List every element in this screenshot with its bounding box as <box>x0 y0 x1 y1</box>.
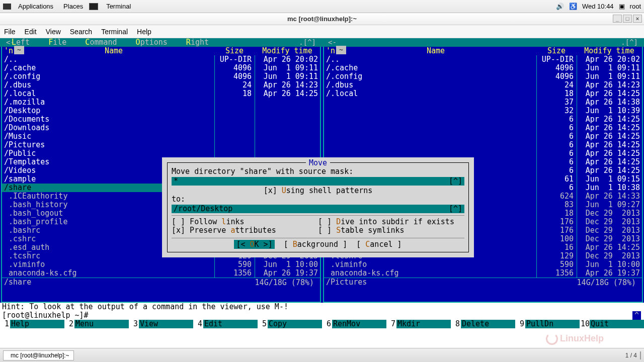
terminal-menubar: File Edit View Search Terminal Help <box>0 25 644 38</box>
clock[interactable]: Wed 10:44 <box>582 3 614 10</box>
mc-app: LLefteft File Command Options Right <- ~… <box>0 38 644 328</box>
panel-caret-right[interactable]: .[^] <box>621 38 638 47</box>
gnome-foot-icon <box>3 4 11 10</box>
menu-terminal[interactable]: Terminal <box>101 28 128 36</box>
file-row[interactable]: anaconda-ks.cfg1356Apr 26 19:37 <box>2 269 320 278</box>
menu-view[interactable]: View <box>46 28 61 36</box>
file-row[interactable]: 32Jun 1 10:39 <box>324 107 642 115</box>
panel-nav-right[interactable]: <- <box>328 38 337 47</box>
menu-edit[interactable]: Edit <box>25 28 37 36</box>
menu-places[interactable]: Places <box>59 2 87 11</box>
file-row[interactable]: /.dbus24Apr 26 14:23 <box>2 81 320 89</box>
user-name[interactable]: root <box>630 3 641 10</box>
panel-header: 'nName Size Modify time <box>2 47 320 55</box>
source-mask-input[interactable]: *[^] <box>172 177 464 186</box>
file-row[interactable]: anaconda-ks.cfg1356Apr 26 19:37 <box>324 269 642 278</box>
fkey-delete[interactable]: 8Delete <box>451 320 515 328</box>
fkey-pulldn[interactable]: 9PullDn <box>515 320 580 328</box>
file-row[interactable]: /.mozilla <box>2 98 320 107</box>
right-status: /Pictures 14G/18G (78%) <box>324 278 642 287</box>
dialog-prompt: Move directory "share" with source mask: <box>172 167 464 176</box>
fkey-copy[interactable]: 5Copy <box>258 320 322 328</box>
mc-menu-file: File <box>37 38 73 47</box>
trash-icon[interactable] <box>640 351 641 359</box>
file-row[interactable]: 6Apr 26 14:25 <box>324 124 642 132</box>
file-row[interactable]: /Desktop <box>2 107 320 115</box>
file-row[interactable]: .viminfo590Jun 1 10:00 <box>324 260 642 269</box>
mc-menu-right: Right <box>175 38 216 47</box>
panel-header: 'nName Size Modify time <box>324 47 642 55</box>
window-title: mc [root@linuxhelp]:~ <box>287 15 357 23</box>
panel-caret-left[interactable]: .[^] <box>299 38 316 47</box>
fkey-quit[interactable]: 10Quit <box>580 320 644 328</box>
file-row[interactable]: /Public <box>2 149 320 158</box>
file-row[interactable]: 6Apr 26 14:25 <box>324 149 642 158</box>
mc-menubar[interactable]: LLefteft File Command Options Right <box>0 38 644 47</box>
fkey-edit[interactable]: 4Edit <box>193 320 258 328</box>
fkey-help[interactable]: 1Help <box>0 320 64 328</box>
shell-prompt[interactable]: [root@linuxhelp ~]#^ <box>0 311 644 320</box>
taskbar-item[interactable]: mc [root@linuxhelp]:~ <box>3 350 74 360</box>
file-row[interactable]: 37Apr 26 14:38 <box>324 98 642 107</box>
follow-links-checkbox[interactable]: [ ] Follow links <box>172 218 318 226</box>
menu-help[interactable]: Help <box>137 28 151 36</box>
menu-applications[interactable]: Applications <box>14 2 57 11</box>
file-row[interactable]: /.cache4096Jun 1 09:11 <box>2 64 320 72</box>
dialog-title: Move <box>306 158 330 167</box>
file-row[interactable]: /Music <box>2 132 320 141</box>
volume-icon[interactable]: 🔊 <box>556 3 564 10</box>
file-row[interactable]: /Documents <box>2 115 320 124</box>
accessibility-icon[interactable]: ♿ <box>569 3 577 10</box>
preserve-attrs-checkbox[interactable]: [x] Preserve attributes <box>172 226 318 235</box>
file-row[interactable]: /.local18Apr 26 14:25 <box>324 89 642 98</box>
file-row[interactable]: 6Apr 26 14:25 <box>324 115 642 124</box>
window-titlebar: mc [root@linuxhelp]:~ _ □ × <box>0 13 644 25</box>
hint-line: Hint: To look at the output of a command… <box>0 303 644 311</box>
gnome-panel: Applications Places Terminal 🔊 ♿ Wed 10:… <box>0 0 644 13</box>
cancel-button[interactable]: [ Cancel ] <box>356 240 401 249</box>
file-row[interactable]: .viminfo590Jun 1 10:00 <box>2 260 320 269</box>
move-dialog: Move Move directory "share" with source … <box>162 157 474 257</box>
destination-input[interactable]: /root/Desktop[^] <box>172 205 464 213</box>
fkey-menu[interactable]: 2Menu <box>64 320 129 328</box>
panel-path-left[interactable]: ~ <box>14 46 24 54</box>
file-row[interactable]: 6Apr 26 14:25 <box>324 141 642 149</box>
shell-patterns-checkbox[interactable]: [x] Using shell patterns <box>172 187 464 195</box>
minimize-button[interactable]: _ <box>613 15 622 23</box>
mc-menu-options: Options <box>124 38 175 47</box>
stable-symlinks-checkbox[interactable]: [ ] Stable symlinks <box>318 226 464 235</box>
panel-nav-left[interactable]: <- <box>6 38 15 47</box>
file-row[interactable]: /..UP--DIRApr 26 20:02 <box>2 55 320 64</box>
user-icon: ▣ <box>619 3 625 10</box>
left-status: /share 14G/18G (78%) <box>2 278 320 287</box>
maximize-button[interactable]: □ <box>623 15 632 23</box>
terminal-icon <box>89 3 98 10</box>
subshell-toggle-icon[interactable]: ^ <box>632 311 641 320</box>
file-row[interactable]: /.cache4096Jun 1 09:11 <box>324 64 642 72</box>
fkey-view[interactable]: 3View <box>129 320 193 328</box>
bottom-panel: mc [root@linuxhelp]:~ 1 / 4 <box>0 348 644 362</box>
panel-path-right[interactable]: ~ <box>336 46 346 54</box>
fkey-mkdir[interactable]: 7Mkdir <box>386 320 451 328</box>
ok-button[interactable]: [< OK >] <box>234 240 274 249</box>
file-row[interactable]: /Pictures <box>2 141 320 149</box>
background-button[interactable]: [ Background ] <box>284 240 347 249</box>
file-row[interactable]: /.local18Apr 26 14:25 <box>2 89 320 98</box>
fkey-renmov[interactable]: 6RenMov <box>322 320 386 328</box>
menu-search[interactable]: Search <box>70 28 92 36</box>
file-row[interactable]: 6Apr 26 14:25 <box>324 132 642 141</box>
to-label: to: <box>172 195 464 204</box>
dive-subdir-checkbox[interactable]: [ ] Dive into subdir if exists <box>318 218 464 226</box>
mc-menu-command: Command <box>73 38 124 47</box>
close-button[interactable]: × <box>633 15 642 23</box>
file-row[interactable]: /..UP--DIRApr 26 20:02 <box>324 55 642 64</box>
menu-file[interactable]: File <box>4 28 16 36</box>
workspace-pager[interactable]: 1 / 4 <box>625 352 641 359</box>
file-row[interactable]: /.dbus24Apr 26 14:23 <box>324 81 642 89</box>
file-row[interactable]: /.config4096Jun 1 09:11 <box>2 72 320 81</box>
watermark: LinuxHelp <box>546 333 604 345</box>
function-keys: 1Help2Menu3View4Edit5Copy6RenMov7Mkdir8D… <box>0 320 644 328</box>
file-row[interactable]: /Downloads <box>2 124 320 132</box>
file-row[interactable]: /.config4096Jun 1 09:11 <box>324 72 642 81</box>
app-terminal[interactable]: Terminal <box>102 2 135 11</box>
